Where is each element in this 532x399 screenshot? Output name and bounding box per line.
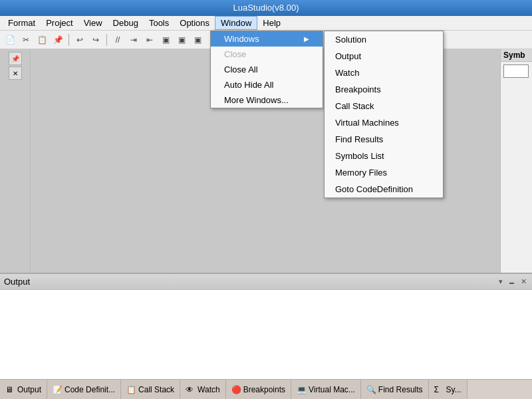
menu-view[interactable]: View (78, 17, 108, 29)
output-panel-pin-btn[interactable]: 🗕 (507, 277, 517, 286)
output-tab-icon: 🖥 (5, 385, 15, 394)
call-stack-tab-icon: 📋 (126, 385, 136, 394)
submenu-goto-code-definition[interactable]: Goto CodeDefinition (325, 181, 443, 198)
toolbar-btn-comment[interactable]: // (110, 33, 125, 47)
menu-tools[interactable]: Tools (144, 17, 174, 29)
code-def-tab-icon: 📝 (53, 385, 62, 394)
toolbar-btn-outdent[interactable]: ⇤ (142, 33, 157, 47)
submenu-watch[interactable]: Watch (325, 65, 443, 81)
submenu-breakpoints[interactable]: Breakpoints (325, 81, 443, 98)
tab-code-def[interactable]: 📝 Code Definit... (47, 380, 121, 399)
output-panel-dropdown-btn[interactable]: ▾ (497, 277, 504, 286)
menu-window[interactable]: Window (215, 16, 257, 30)
dropdown-close-all[interactable]: Close All (211, 62, 323, 77)
virtual-mac-tab-label: Virtual Mac... (309, 385, 355, 394)
submenu-output-label: Output (335, 51, 361, 61)
submenu-solution[interactable]: Solution (325, 31, 443, 48)
tab-symbols[interactable]: Σ Sy... (429, 380, 467, 399)
dropdown-more-windows[interactable]: More Windows... (211, 92, 323, 108)
find-results-tab-icon: 🔍 (366, 385, 376, 394)
menu-options[interactable]: Options (174, 17, 215, 29)
menu-debug[interactable]: Debug (108, 17, 144, 29)
dropdown-windows[interactable]: Windows ▶ (211, 31, 323, 47)
dropdown-close: Close (211, 47, 323, 62)
submenu-symbols-list-label: Symbols List (335, 151, 384, 161)
title-bar: LuaStudio(v8.00) (0, 0, 532, 16)
find-results-tab-label: Find Results (378, 385, 423, 394)
virtual-mac-tab-icon: 💻 (297, 385, 306, 394)
call-stack-tab-label: Call Stack (138, 385, 174, 394)
watch-tab-label: Watch (198, 385, 220, 394)
left-panel-tabs: 📌 ✕ (0, 49, 31, 285)
pin-icon[interactable]: 📌 (9, 52, 22, 65)
window-dropdown: Windows ▶ Close Close All Auto Hide All … (210, 31, 323, 108)
watch-tab-icon: 👁 (186, 385, 195, 394)
output-panel-controls: ▾ 🗕 ✕ (497, 277, 528, 286)
close-panel-icon[interactable]: ✕ (9, 66, 22, 80)
output-panel: Output ▾ 🗕 ✕ (0, 273, 532, 379)
toolbar-sep-2 (106, 34, 107, 46)
submenu-virtual-machines-label: Virtual Machines (335, 118, 399, 128)
submenu-memory-files[interactable]: Memory Files (325, 164, 443, 181)
output-tab-label: Output (17, 385, 41, 394)
tab-breakpoints[interactable]: 🔴 Breakpoints (226, 380, 291, 399)
tab-call-stack[interactable]: 📋 Call Stack (121, 380, 180, 399)
output-panel-title: Output (4, 277, 30, 287)
toolbar-btn-indent[interactable]: ⇥ (126, 33, 141, 47)
toolbar-btn-redo[interactable]: ↪ (88, 33, 103, 47)
output-panel-header: Output ▾ 🗕 ✕ (0, 274, 532, 290)
right-panel-header: Symb (501, 49, 532, 62)
dropdown-more-windows-label: More Windows... (224, 95, 289, 105)
dropdown-auto-hide-all-label: Auto Hide All (224, 80, 273, 90)
menu-bar: Format Project View Debug Tools Options … (0, 16, 532, 31)
dropdown-windows-label: Windows (224, 34, 259, 44)
dropdown-auto-hide-all[interactable]: Auto Hide All (211, 77, 323, 92)
submenu-breakpoints-label: Breakpoints (335, 84, 381, 94)
dropdown-windows-arrow: ▶ (304, 35, 309, 43)
bottom-tabbar: 🖥 Output 📝 Code Definit... 📋 Call Stack … (0, 379, 532, 399)
toolbar-btn-b3[interactable]: ▣ (190, 33, 205, 47)
output-content (0, 290, 532, 379)
submenu-watch-label: Watch (335, 68, 359, 78)
menu-project[interactable]: Project (41, 17, 78, 29)
code-def-tab-label: Code Definit... (65, 385, 115, 394)
right-panel-search[interactable] (503, 65, 529, 78)
submenu-call-stack[interactable]: Call Stack (325, 98, 443, 114)
submenu-find-results[interactable]: Find Results (325, 131, 443, 148)
dropdown-close-label: Close (224, 49, 246, 59)
toolbar-btn-new[interactable]: 📄 (3, 33, 17, 47)
breakpoints-tab-icon: 🔴 (231, 385, 241, 394)
submenu-solution-label: Solution (335, 35, 366, 45)
toolbar-btn-b2[interactable]: ▣ (174, 33, 189, 47)
submenu-virtual-machines[interactable]: Virtual Machines (325, 114, 443, 131)
submenu-memory-files-label: Memory Files (335, 168, 387, 178)
menu-format[interactable]: Format (3, 17, 41, 29)
submenu-call-stack-label: Call Stack (335, 101, 374, 111)
submenu-find-results-label: Find Results (335, 134, 383, 144)
windows-submenu: Solution Output Watch Breakpoints Call S… (324, 31, 444, 198)
submenu-output[interactable]: Output (325, 48, 443, 65)
toolbar-btn-paste[interactable]: 📌 (51, 33, 65, 47)
toolbar-btn-cut[interactable]: ✂ (19, 33, 33, 47)
menu-help[interactable]: Help (257, 17, 286, 29)
submenu-goto-code-definition-label: Goto CodeDefinition (335, 184, 413, 194)
output-panel-close-btn[interactable]: ✕ (519, 277, 528, 286)
right-panel: Symb (500, 49, 532, 285)
dropdown-close-all-label: Close All (224, 65, 258, 74)
symbols-tab-label: Sy... (446, 385, 462, 394)
toolbar-btn-copy[interactable]: 📋 (35, 33, 49, 47)
tab-find-results[interactable]: 🔍 Find Results (361, 380, 429, 399)
submenu-symbols-list[interactable]: Symbols List (325, 148, 443, 164)
right-panel-title: Symb (503, 51, 525, 60)
tab-virtual-mac[interactable]: 💻 Virtual Mac... (291, 380, 361, 399)
toolbar-btn-undo[interactable]: ↩ (72, 33, 87, 47)
toolbar-btn-b1[interactable]: ▣ (158, 33, 173, 47)
breakpoints-tab-label: Breakpoints (243, 385, 285, 394)
app-title: LuaStudio(v8.00) (233, 3, 299, 13)
symbols-tab-icon: Σ (434, 385, 444, 394)
tab-watch[interactable]: 👁 Watch (180, 380, 226, 399)
toolbar-sep-1 (68, 34, 69, 46)
tab-output[interactable]: 🖥 Output (0, 380, 47, 399)
